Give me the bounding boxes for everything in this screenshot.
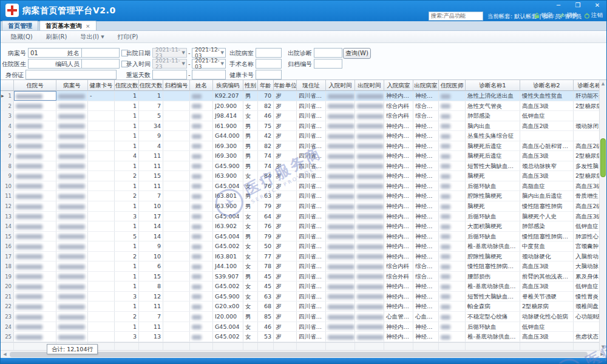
- masked-value: [16, 114, 42, 119]
- export-button[interactable]: 导出(I)▼: [75, 32, 109, 42]
- header-cell[interactable]: 年龄: [258, 80, 274, 91]
- table-cell: 四川省眉山市...: [297, 101, 326, 111]
- scroll-right-icon[interactable]: ▶: [598, 351, 606, 358]
- header-cell[interactable]: 出院时间: [355, 80, 384, 91]
- table-cell: 不稳定型心绞痛: [466, 312, 520, 322]
- tab-close-icon[interactable]: ×: [86, 23, 90, 29]
- table-row[interactable]: 15514G45.004男79岁四川省眉山市...神经内科三病区神经内科三病区后…: [1, 232, 606, 242]
- id-card-input[interactable]: [25, 70, 117, 79]
- header-cell[interactable]: 住院次数: [115, 80, 139, 91]
- table-cell: [439, 241, 466, 251]
- scroll-up-icon[interactable]: ▲: [600, 80, 606, 87]
- print-button[interactable]: 打印(P): [112, 32, 144, 42]
- header-cell[interactable]: 入院病室: [384, 80, 413, 91]
- discharge-ward-input[interactable]: [256, 48, 282, 58]
- masked-value: [58, 234, 85, 239]
- minimize-button[interactable]: ─: [553, 2, 564, 8]
- entry-time-from[interactable]: 2021-11-23▼: [152, 59, 187, 69]
- switch-account-button[interactable]: 切换: [558, 12, 578, 19]
- header-cell[interactable]: 诊断名称1: [466, 80, 520, 91]
- coder-label: 编码人员: [54, 59, 80, 69]
- discharge-date-from[interactable]: 2021-11-23▼: [152, 48, 187, 58]
- masked-value: [441, 294, 450, 299]
- table-cell: 神经内科七病区: [384, 121, 413, 131]
- discharge-date-to[interactable]: 2021-12-03▼: [192, 48, 226, 58]
- table-row[interactable]: 14114I63.902女76岁四川省眉山市...神经内科八病区神经内科八病区大…: [1, 221, 606, 232]
- table-row[interactable]: 13317G45.004女64岁四川省眉山市...神经内科五病区神经内科五病区后…: [1, 212, 606, 222]
- table-row[interactable]: 4134I61.900男75岁四川省眉山市...神经内科七病区神经内科七病区脑内…: [1, 121, 606, 132]
- readmission-days-from-input[interactable]: [152, 70, 187, 79]
- table-row[interactable]: 614I69.300男82岁四川省眉山市...神经内科三病区神经内科三病区脑梗死…: [1, 141, 606, 152]
- header-cell[interactable]: 性别: [243, 80, 258, 91]
- table-cell: [14, 261, 56, 271]
- table-row[interactable]: 1127I63.801男63岁四川省眉山市...神经内科七病区神经内科七病区腔隙…: [1, 191, 606, 201]
- header-cell[interactable]: 疾病编码: [213, 80, 243, 91]
- table-row[interactable]: 1▶-11K92.207男70岁四川省眉山市...神经内科二病区神经内科三病区急…: [1, 91, 606, 101]
- header-cell[interactable]: 年龄单位: [274, 80, 297, 91]
- archive-number-input[interactable]: [314, 59, 342, 69]
- hide-button[interactable]: 隐藏(Q): [5, 32, 38, 42]
- vertical-scroll-thumb[interactable]: [600, 138, 606, 177]
- header-cell[interactable]: 诊断名称2: [520, 80, 574, 91]
- table-row[interactable]: 217J20.900女82岁四川省眉山市...综合内科综合内科急性支气管炎高血压…: [1, 101, 606, 112]
- maximize-button[interactable]: ❐: [572, 2, 583, 8]
- table-row[interactable]: 25313G45.002女53岁四川省眉山市...神经内科二病区神经内科二病区椎…: [1, 332, 606, 342]
- lock-button[interactable]: 锁定: [534, 12, 552, 19]
- row-number-cell: 16: [1, 241, 14, 251]
- query-button[interactable]: 查询(W): [343, 48, 371, 59]
- table-cell: [88, 332, 115, 342]
- attending-doctor-label: 住院医生: [1, 59, 26, 69]
- table-row[interactable]: 17210I63.801女77岁四川省眉山市...神经内科六病区神经内科六病区腔…: [1, 252, 606, 262]
- readmission-days-to-input[interactable]: [192, 70, 226, 79]
- header-cell[interactable]: 现住址: [297, 80, 326, 91]
- header-cell[interactable]: 出院病室: [413, 80, 439, 91]
- search-input[interactable]: [429, 12, 483, 21]
- refresh-button[interactable]: 刷新(R): [41, 32, 73, 42]
- table-row[interactable]: 22111G20.x00女68岁四川省眉山市...神经内科七病区神经内科七病区帕…: [1, 302, 606, 312]
- discharge-diagnosis-input[interactable]: [314, 48, 342, 58]
- table-cell: [88, 131, 115, 141]
- table-cell: 岁: [274, 201, 297, 211]
- entry-time-to[interactable]: 2021-12-03▼: [192, 59, 226, 69]
- header-cell[interactable]: 入院时间: [326, 80, 355, 91]
- header-cell[interactable]: 归档编号: [163, 80, 190, 91]
- header-cell[interactable]: 病案号: [56, 80, 88, 91]
- health-card-input[interactable]: [256, 70, 282, 79]
- header-cell[interactable]: 健康卡号: [88, 80, 115, 91]
- table-row[interactable]: 9215I63.900女84岁四川省眉山市...神经内科二病区神经内科二病区脑梗…: [1, 171, 606, 181]
- table-cell: 四川省眉山市...: [297, 221, 326, 231]
- table-row[interactable]: 1816J44.100女78岁四川省眉山市...综合内科综合内科慢性阻塞性肺病伴…: [1, 261, 606, 272]
- table-row[interactable]: 2018G45.002女45岁四川省眉山市...神经内科八病区神经内科八病区椎-…: [1, 281, 606, 292]
- header-cell[interactable]: 住院天数: [139, 80, 163, 91]
- tab-homepage-management[interactable]: 首页管理: [2, 21, 38, 30]
- table-row[interactable]: 12110I63.900男79岁四川省眉山市...神经内科三病区神经内科三病区脑…: [1, 201, 606, 212]
- table-row[interactable]: 2327I20.000男85岁四川省眉山市...心血管内科一病区心血管内科一病区…: [1, 312, 606, 322]
- table-cell: [355, 281, 384, 291]
- patient-name-input[interactable]: [81, 48, 120, 58]
- scroll-down-icon[interactable]: ▼: [600, 343, 606, 350]
- table-row[interactable]: 1619G45.002女50岁四川省眉山市...神经内科一病区神经内科一病区椎-…: [1, 241, 606, 252]
- table-row[interactable]: 315J98.414女46岁四川省眉山市...综合内科综合内科肺部感染低钾血症: [1, 111, 606, 121]
- masked-value: [192, 305, 202, 309]
- tab-basic-query[interactable]: 首页基本查询 ×: [39, 21, 97, 30]
- scroll-left-icon[interactable]: ◀: [1, 351, 9, 358]
- header-cell[interactable]: 住院号: [14, 80, 56, 91]
- table-row[interactable]: 19115S39.907男45岁四川省乐山市...综合外科综合外科腰部损伤前臂的…: [1, 272, 606, 282]
- vertical-scrollbar[interactable]: ▲ ▼: [599, 80, 606, 350]
- summary-cell: [413, 343, 439, 350]
- logout-button[interactable]: 注销: [584, 12, 603, 19]
- masked-value: [58, 114, 85, 119]
- table-row[interactable]: 21312G45.900女63岁四川省眉山市...神经内科三病区神经内科三病区短…: [1, 292, 606, 302]
- table-row[interactable]: 519G44.000男42岁四川省眉山市...神经内科三病区神经内科三病区丛集性…: [1, 131, 606, 141]
- table-row[interactable]: 8111G45.900男74岁四川省眉山市...神经内科七病区神经内科七病区短暂…: [1, 161, 606, 172]
- table-row[interactable]: 24111G45.004女46岁四川省眉山市...神经内科八病区神经内科八病区后…: [1, 322, 606, 332]
- header-cell[interactable]: 住院医师: [439, 80, 466, 91]
- table-cell: [14, 232, 56, 241]
- table-row[interactable]: 7411I69.300男74岁四川省眉山市...神经内科三病区神经内科三病区脑梗…: [1, 151, 606, 161]
- operation-name-input[interactable]: [256, 59, 282, 69]
- coder-input[interactable]: [81, 59, 120, 69]
- header-cell[interactable]: 姓名: [190, 80, 213, 91]
- close-button[interactable]: ✕: [592, 2, 603, 8]
- table-row[interactable]: 10111G45.004女76岁四川省内江市...神经内科二病区神经内科二病区后…: [1, 181, 606, 192]
- masked-value: [328, 274, 354, 279]
